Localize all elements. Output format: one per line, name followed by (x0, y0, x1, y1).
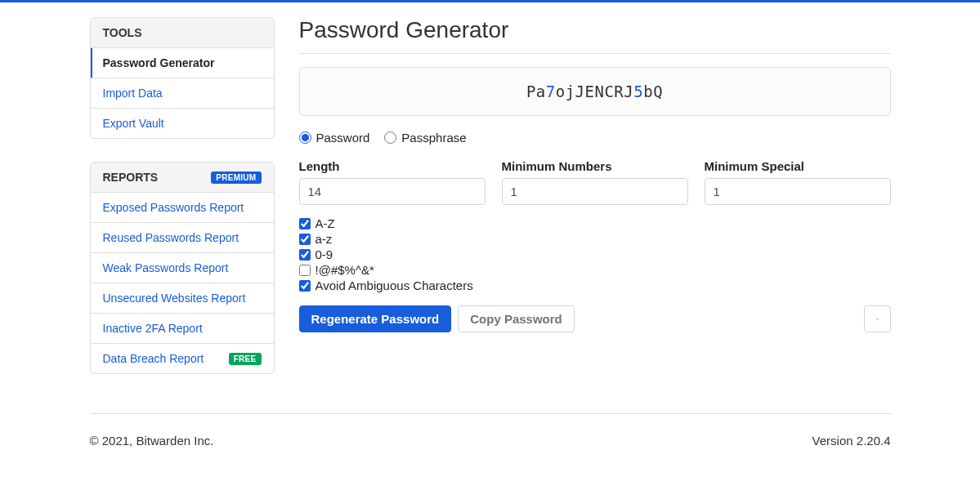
pw-number: 5 (633, 82, 643, 100)
radio-password[interactable]: Password (299, 131, 370, 145)
reports-header: REPORTS PREMIUM (91, 163, 274, 193)
check-ambiguous-input[interactable] (299, 280, 311, 292)
sidebar-item-exposed-passwords[interactable]: Exposed Passwords Report (91, 193, 274, 223)
sidebar-item-label: Weak Passwords Report (103, 261, 229, 274)
sidebar-item-inactive-2fa[interactable]: Inactive 2FA Report (91, 314, 274, 344)
action-row: Regenerate Password Copy Password (299, 305, 891, 332)
sidebar-item-label: Export Vault (103, 117, 164, 130)
radio-passphrase[interactable]: Passphrase (384, 131, 466, 145)
sidebar-item-label: Reused Passwords Report (103, 231, 239, 244)
check-label: 0-9 (315, 247, 333, 261)
sidebar: TOOLS Password Generator Import Data Exp… (90, 17, 275, 397)
footer-copyright: © 2021, Bitwarden Inc. (90, 434, 214, 448)
check-label: Avoid Ambiguous Characters (315, 278, 473, 292)
pw-segment: Pa (526, 82, 546, 100)
radio-label: Password (316, 131, 370, 145)
sidebar-item-label: Import Data (103, 87, 163, 100)
check-lowercase[interactable]: a-z (299, 232, 891, 246)
pw-segment: ojJENCRJ (556, 82, 634, 100)
divider (299, 53, 891, 54)
regenerate-button[interactable]: Regenerate Password (299, 305, 452, 332)
footer-version: Version 2.20.4 (812, 434, 891, 448)
min-numbers-field-group: Minimum Numbers (502, 159, 688, 205)
min-numbers-label: Minimum Numbers (502, 159, 688, 173)
length-field-group: Length (299, 159, 486, 205)
check-lowercase-input[interactable] (299, 234, 311, 245)
radio-password-input[interactable] (299, 131, 311, 144)
free-badge: FREE (229, 353, 262, 365)
copy-button[interactable]: Copy Password (458, 305, 575, 332)
tools-header-label: TOOLS (103, 26, 142, 39)
history-button[interactable] (864, 305, 891, 332)
main-content: Password Generator Pa7ojJENCRJ5bQ Passwo… (299, 17, 891, 397)
premium-badge: PREMIUM (211, 172, 261, 184)
pw-number: 7 (546, 82, 556, 100)
sidebar-item-label: Exposed Passwords Report (103, 201, 244, 214)
sidebar-item-unsecured-websites[interactable]: Unsecured Websites Report (91, 283, 274, 314)
sidebar-item-data-breach[interactable]: Data Breach Report FREE (91, 344, 274, 373)
sidebar-item-label: Inactive 2FA Report (103, 322, 203, 335)
length-input[interactable] (299, 178, 486, 205)
footer: © 2021, Bitwarden Inc. Version 2.20.4 (90, 413, 891, 472)
check-label: a-z (315, 232, 333, 246)
type-radio-group: Password Passphrase (299, 131, 891, 145)
checkbox-group: A-Z a-z 0-9 !@#$%^&* Avoid Ambiguous Cha… (299, 216, 891, 292)
check-numbers[interactable]: 0-9 (299, 247, 891, 261)
sidebar-item-label: Data Breach Report (103, 352, 204, 365)
generated-password-box: Pa7ojJENCRJ5bQ (299, 67, 891, 116)
reports-header-label: REPORTS (103, 171, 159, 184)
min-special-input[interactable] (705, 178, 891, 205)
pw-segment: bQ (643, 82, 663, 100)
sidebar-item-password-generator[interactable]: Password Generator (91, 48, 274, 78)
reports-card: REPORTS PREMIUM Exposed Passwords Report… (90, 162, 275, 374)
min-numbers-input[interactable] (502, 178, 688, 205)
sidebar-item-label: Password Generator (103, 56, 215, 69)
page-title: Password Generator (299, 17, 891, 43)
check-label: A-Z (315, 216, 335, 230)
check-special[interactable]: !@#$%^&* (299, 263, 891, 277)
sidebar-item-reused-passwords[interactable]: Reused Passwords Report (91, 223, 274, 253)
sidebar-item-import-data[interactable]: Import Data (91, 78, 274, 109)
check-uppercase-input[interactable] (299, 218, 311, 229)
sidebar-item-label: Unsecured Websites Report (103, 292, 246, 305)
length-label: Length (299, 159, 486, 173)
numeric-fields-row: Length Minimum Numbers Minimum Special (299, 159, 891, 205)
history-icon (876, 313, 879, 326)
min-special-label: Minimum Special (705, 159, 891, 173)
check-label: !@#$%^&* (315, 263, 374, 277)
check-ambiguous[interactable]: Avoid Ambiguous Characters (299, 278, 891, 292)
tools-header: TOOLS (91, 18, 274, 48)
min-special-field-group: Minimum Special (705, 159, 891, 205)
check-uppercase[interactable]: A-Z (299, 216, 891, 230)
radio-label: Passphrase (401, 131, 466, 145)
sidebar-item-weak-passwords[interactable]: Weak Passwords Report (91, 253, 274, 283)
sidebar-item-export-vault[interactable]: Export Vault (91, 109, 274, 138)
radio-passphrase-input[interactable] (384, 131, 396, 144)
tools-card: TOOLS Password Generator Import Data Exp… (90, 17, 275, 139)
check-numbers-input[interactable] (299, 249, 311, 261)
check-special-input[interactable] (299, 265, 311, 276)
